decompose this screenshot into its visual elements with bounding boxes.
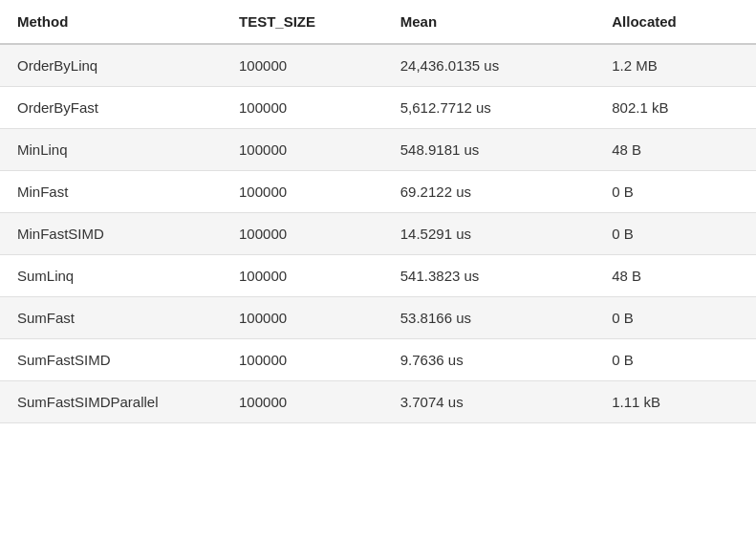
cell-method-2: MinLinq <box>0 129 222 171</box>
cell-mean-8: 3.7074 us <box>383 381 594 423</box>
cell-method-0: OrderByLinq <box>0 44 222 87</box>
table-body: OrderByLinq10000024,436.0135 us1.2 MBOrd… <box>0 44 756 423</box>
table-row: MinLinq100000548.9181 us48 B <box>0 129 756 171</box>
benchmark-table-container: Method TEST_SIZE Mean Allocated OrderByL… <box>0 0 756 423</box>
table-row: OrderByLinq10000024,436.0135 us1.2 MB <box>0 44 756 87</box>
cell-mean-4: 14.5291 us <box>383 213 594 255</box>
cell-allocated-7: 0 B <box>594 339 756 381</box>
cell-method-5: SumLinq <box>0 255 222 297</box>
col-header-mean: Mean <box>383 0 594 44</box>
cell-mean-7: 9.7636 us <box>383 339 594 381</box>
cell-allocated-8: 1.11 kB <box>594 381 756 423</box>
cell-method-4: MinFastSIMD <box>0 213 222 255</box>
cell-mean-6: 53.8166 us <box>383 297 594 339</box>
col-header-method: Method <box>0 0 222 44</box>
cell-test_size-7: 100000 <box>222 339 383 381</box>
cell-method-8: SumFastSIMDParallel <box>0 381 222 423</box>
cell-mean-1: 5,612.7712 us <box>383 87 594 129</box>
cell-test_size-6: 100000 <box>222 297 383 339</box>
cell-test_size-5: 100000 <box>222 255 383 297</box>
cell-mean-3: 69.2122 us <box>383 171 594 213</box>
col-header-allocated: Allocated <box>594 0 756 44</box>
cell-method-7: SumFastSIMD <box>0 339 222 381</box>
cell-test_size-4: 100000 <box>222 213 383 255</box>
cell-mean-5: 541.3823 us <box>383 255 594 297</box>
cell-mean-2: 548.9181 us <box>383 129 594 171</box>
table-header-row: Method TEST_SIZE Mean Allocated <box>0 0 756 44</box>
cell-allocated-2: 48 B <box>594 129 756 171</box>
table-row: SumFastSIMDParallel1000003.7074 us1.11 k… <box>0 381 756 423</box>
cell-allocated-1: 802.1 kB <box>594 87 756 129</box>
cell-allocated-5: 48 B <box>594 255 756 297</box>
benchmark-table: Method TEST_SIZE Mean Allocated OrderByL… <box>0 0 756 423</box>
cell-method-1: OrderByFast <box>0 87 222 129</box>
table-row: OrderByFast1000005,612.7712 us802.1 kB <box>0 87 756 129</box>
cell-test_size-1: 100000 <box>222 87 383 129</box>
table-row: MinFast10000069.2122 us0 B <box>0 171 756 213</box>
table-row: SumLinq100000541.3823 us48 B <box>0 255 756 297</box>
cell-test_size-3: 100000 <box>222 171 383 213</box>
col-header-test-size: TEST_SIZE <box>222 0 383 44</box>
table-row: SumFast10000053.8166 us0 B <box>0 297 756 339</box>
cell-test_size-0: 100000 <box>222 44 383 87</box>
cell-test_size-8: 100000 <box>222 381 383 423</box>
table-row: SumFastSIMD1000009.7636 us0 B <box>0 339 756 381</box>
table-row: MinFastSIMD10000014.5291 us0 B <box>0 213 756 255</box>
cell-allocated-4: 0 B <box>594 213 756 255</box>
cell-allocated-3: 0 B <box>594 171 756 213</box>
cell-method-3: MinFast <box>0 171 222 213</box>
cell-mean-0: 24,436.0135 us <box>383 44 594 87</box>
cell-allocated-0: 1.2 MB <box>594 44 756 87</box>
cell-method-6: SumFast <box>0 297 222 339</box>
cell-test_size-2: 100000 <box>222 129 383 171</box>
cell-allocated-6: 0 B <box>594 297 756 339</box>
